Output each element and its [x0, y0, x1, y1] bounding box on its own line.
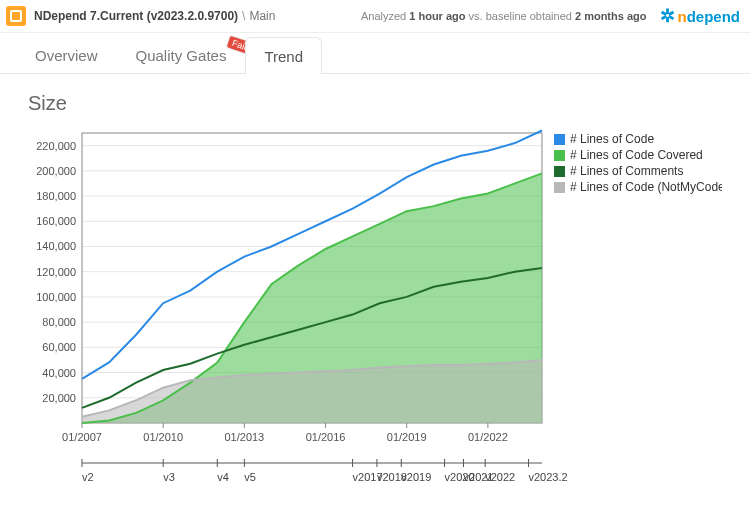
svg-text:100,000: 100,000: [36, 291, 76, 303]
analysis-status: Analyzed 1 hour ago vs. baseline obtaine…: [361, 10, 647, 22]
svg-text:v4: v4: [217, 471, 229, 483]
svg-text:# Lines of Comments: # Lines of Comments: [570, 164, 683, 178]
app-title: NDepend 7.Current (v2023.2.0.9700): [34, 9, 238, 23]
svg-text:80,000: 80,000: [42, 316, 76, 328]
title-separator: \: [238, 9, 249, 23]
svg-text:v2019: v2019: [401, 471, 431, 483]
tab-bar: Overview Quality Gates Fail Trend: [0, 33, 750, 74]
svg-text:20,000: 20,000: [42, 392, 76, 404]
app-icon: [6, 6, 26, 26]
svg-text:180,000: 180,000: [36, 190, 76, 202]
svg-text:200,000: 200,000: [36, 165, 76, 177]
svg-text:# Lines of Code: # Lines of Code: [570, 132, 654, 146]
svg-text:40,000: 40,000: [42, 367, 76, 379]
svg-rect-35: [554, 134, 565, 145]
svg-text:01/2007: 01/2007: [62, 431, 102, 443]
topbar: NDepend 7.Current (v2023.2.0.9700) \ Mai…: [0, 0, 750, 33]
trend-chart: 20,00040,00060,00080,000100,000120,00014…: [22, 123, 722, 521]
svg-text:# Lines of Code Covered: # Lines of Code Covered: [570, 148, 703, 162]
svg-text:v2022: v2022: [485, 471, 515, 483]
svg-rect-37: [554, 150, 565, 161]
tab-quality-gates[interactable]: Quality Gates Fail: [117, 36, 246, 73]
svg-text:# Lines of Code (NotMyCode): # Lines of Code (NotMyCode): [570, 180, 722, 194]
svg-text:160,000: 160,000: [36, 215, 76, 227]
svg-text:01/2022: 01/2022: [468, 431, 508, 443]
svg-text:01/2010: 01/2010: [143, 431, 183, 443]
tab-overview[interactable]: Overview: [16, 36, 117, 73]
svg-text:60,000: 60,000: [42, 341, 76, 353]
svg-text:v2023.2: v2023.2: [528, 471, 567, 483]
svg-rect-41: [554, 182, 565, 193]
trend-panel: Size 20,00040,00060,00080,000100,000120,…: [0, 74, 750, 521]
svg-text:01/2019: 01/2019: [387, 431, 427, 443]
svg-text:v5: v5: [244, 471, 256, 483]
svg-text:140,000: 140,000: [36, 240, 76, 252]
ndepend-logo: ✲ ndepend: [660, 7, 740, 25]
tab-trend[interactable]: Trend: [245, 37, 322, 74]
svg-rect-39: [554, 166, 565, 177]
svg-text:01/2013: 01/2013: [224, 431, 264, 443]
svg-text:v3: v3: [163, 471, 175, 483]
svg-text:120,000: 120,000: [36, 266, 76, 278]
svg-text:01/2016: 01/2016: [306, 431, 346, 443]
panel-title: Size: [28, 92, 722, 115]
gear-icon: ✲: [660, 7, 675, 25]
svg-text:220,000: 220,000: [36, 140, 76, 152]
svg-text:v2: v2: [82, 471, 94, 483]
app-subtitle: Main: [249, 9, 275, 23]
